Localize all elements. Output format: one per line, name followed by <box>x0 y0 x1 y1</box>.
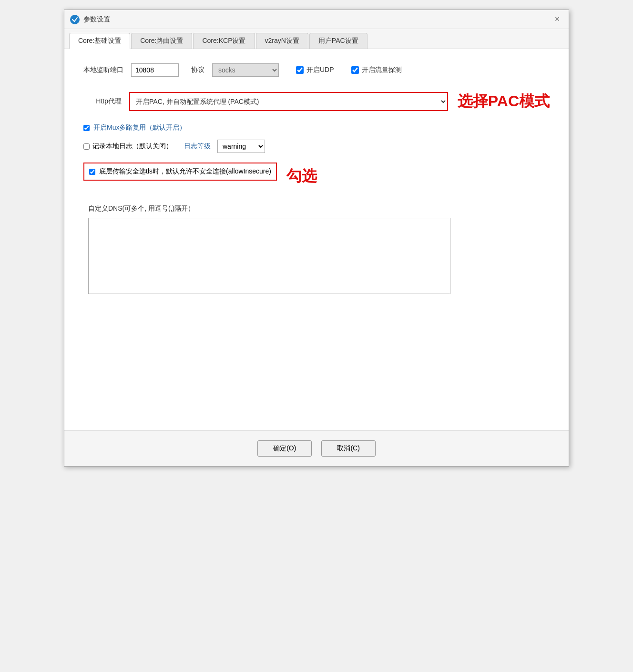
tab-core-basic[interactable]: Core:基础设置 <box>69 33 130 49</box>
content-area: 本地监听端口 协议 socks 开启UDP 开启流量探测 Http代理 开启PA… <box>64 49 569 430</box>
http-proxy-select[interactable]: 开启PAC, 并自动配置系统代理 (PAC模式) 不开启代理 开启系统代理 <box>130 93 447 110</box>
cancel-button[interactable]: 取消(C) <box>321 440 375 457</box>
tab-core-routing[interactable]: Core:路由设置 <box>131 33 192 49</box>
pac-mode-annotation: 选择PAC模式 <box>458 91 550 112</box>
ok-button[interactable]: 确定(O) <box>257 440 312 457</box>
tab-core-kcp[interactable]: Core:KCP设置 <box>193 33 255 49</box>
window-title: 参数设置 <box>83 15 110 24</box>
close-button[interactable]: × <box>551 14 563 25</box>
log-row: 记录本地日志（默认关闭） 日志等级 warning debug info err… <box>83 140 550 153</box>
udp-checkbox-row: 开启UDP <box>296 66 334 74</box>
tab-v2rayn[interactable]: v2rayN设置 <box>256 33 308 49</box>
tls-row: 底层传输安全选tls时，默认允许不安全连接(allowInsecure) <box>83 163 277 181</box>
log-level-select[interactable]: warning debug info error none <box>217 140 265 153</box>
traffic-label: 开启流量探测 <box>362 66 402 74</box>
udp-label: 开启UDP <box>306 66 334 74</box>
mux-label: 开启Mux多路复用（默认开启） <box>93 123 186 132</box>
protocol-label: 协议 <box>191 66 204 74</box>
dns-label: 自定义DNS(可多个, 用逗号(,)隔开） <box>88 204 550 213</box>
http-proxy-label: Http代理 <box>83 97 122 106</box>
udp-checkbox[interactable] <box>296 66 304 74</box>
port-protocol-row: 本地监听端口 协议 socks 开启UDP 开启流量探测 <box>83 63 550 77</box>
local-port-label: 本地监听端口 <box>83 66 123 74</box>
http-proxy-select-wrap: 开启PAC, 并自动配置系统代理 (PAC模式) 不开启代理 开启系统代理 <box>129 92 448 111</box>
local-port-input[interactable] <box>131 63 179 77</box>
mux-row: 开启Mux多路复用（默认开启） <box>83 123 550 132</box>
log-level-label: 日志等级 <box>184 142 211 151</box>
app-icon <box>70 15 80 24</box>
tls-label: 底层传输安全选tls时，默认允许不安全连接(allowInsecure) <box>99 167 271 176</box>
tls-row-wrapper: 底层传输安全选tls时，默认允许不安全连接(allowInsecure) 勾选 <box>83 163 550 190</box>
log-label: 记录本地日志（默认关闭） <box>92 142 173 151</box>
main-window: 参数设置 × Core:基础设置 Core:路由设置 Core:KCP设置 v2… <box>64 10 569 467</box>
tab-bar: Core:基础设置 Core:路由设置 Core:KCP设置 v2rayN设置 … <box>64 29 569 49</box>
dns-textarea[interactable] <box>88 218 450 294</box>
http-proxy-row: Http代理 开启PAC, 并自动配置系统代理 (PAC模式) 不开启代理 开启… <box>83 91 550 112</box>
title-bar-left: 参数设置 <box>70 15 110 24</box>
traffic-checkbox-row: 开启流量探测 <box>351 66 402 74</box>
mux-checkbox[interactable] <box>83 125 90 131</box>
protocol-select[interactable]: socks <box>212 63 279 77</box>
gou-xuan-annotation: 勾选 <box>286 166 317 187</box>
tls-checkbox[interactable] <box>89 169 95 175</box>
title-bar: 参数设置 × <box>64 10 569 29</box>
tab-user-pac[interactable]: 用户PAC设置 <box>309 33 368 49</box>
footer-buttons: 确定(O) 取消(C) <box>64 430 569 466</box>
dns-section: 自定义DNS(可多个, 用逗号(,)隔开） <box>83 204 550 294</box>
log-checkbox[interactable] <box>83 143 90 150</box>
traffic-checkbox[interactable] <box>351 66 359 74</box>
